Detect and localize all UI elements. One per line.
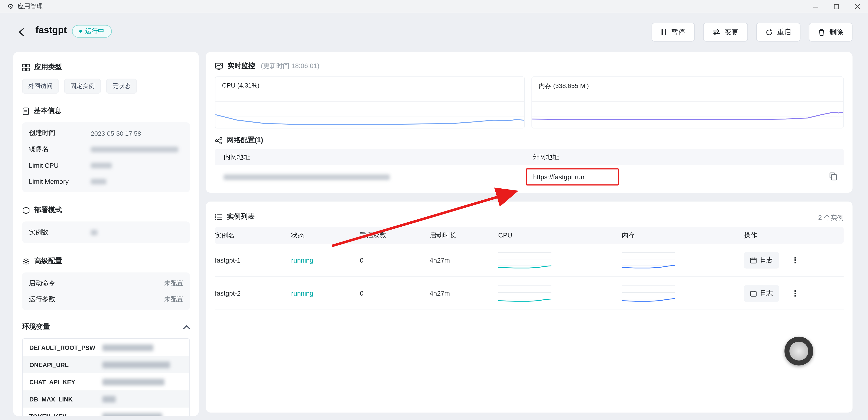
instance-list-title: 实例列表 [227, 212, 255, 222]
basic-info-title: 基本信息 [34, 106, 61, 116]
instance-table-header: 实例名 状态 重启次数 启动时长 CPU 内存 操作 [215, 227, 844, 244]
log-button[interactable]: 日志 [744, 252, 779, 268]
col-status: 状态 [291, 231, 360, 240]
tag-fixed-instance: 固定实例 [64, 79, 101, 94]
section-app-type: 应用类型 [22, 63, 190, 72]
col-restarts: 重启次数 [360, 231, 429, 240]
env-row: TOKEN_KEY [23, 408, 189, 416]
env-key: ONEAPI_URL [23, 361, 97, 368]
change-button-label: 变更 [725, 27, 739, 37]
env-key: DEFAULT_ROOT_PSW [23, 344, 97, 351]
deploy-mode-title: 部署模式 [34, 205, 62, 215]
env-vars-header[interactable]: 环境变量 [22, 322, 190, 332]
pause-button[interactable]: 暂停 [652, 23, 695, 41]
advanced-config-icon [22, 257, 30, 265]
env-row: CHAT_API_KEY [23, 373, 189, 390]
info-label: Limit Memory [29, 178, 91, 185]
back-button[interactable] [17, 27, 28, 38]
log-button[interactable]: 日志 [744, 285, 779, 301]
deploy-mode-panel: 实例数 [22, 221, 190, 243]
row-menu-button[interactable]: ⋮ [791, 256, 800, 264]
env-row: DEFAULT_ROOT_PSW [23, 339, 189, 356]
instance-uptime: 4h27m [430, 256, 498, 264]
info-row-image-name: 镜像名 [29, 141, 183, 157]
row-menu-button[interactable]: ⋮ [791, 289, 800, 297]
col-cpu: CPU [498, 231, 622, 239]
advanced-config-title: 高级配置 [34, 257, 62, 266]
monitor-updated-time: (更新时间 18:06:01) [261, 62, 319, 71]
env-key: CHAT_API_KEY [23, 379, 97, 385]
delete-button[interactable]: 删除 [809, 23, 852, 41]
info-label: 镜像名 [29, 145, 91, 154]
cpu-chart-label: CPU (4.31%) [215, 77, 524, 88]
restart-icon [766, 29, 773, 36]
cpu-sparkline [498, 282, 552, 304]
basic-info-panel: 创建时间 2023-05-30 17:58 镜像名 Limit CPU Limi… [22, 122, 190, 192]
instance-table: 实例名 状态 重启次数 启动时长 CPU 内存 操作 fastgpt-1 run… [215, 227, 844, 310]
network-row: https://fastgpt.run [215, 165, 844, 189]
close-button[interactable] [847, 0, 868, 13]
redacted-value [102, 379, 164, 385]
info-row-limit-memory: Limit Memory [29, 173, 183, 189]
change-button[interactable]: 变更 [703, 23, 748, 41]
redacted-value [91, 230, 97, 235]
instance-uptime: 4h27m [430, 289, 498, 297]
network-table-header: 内网地址 外网地址 [215, 149, 844, 165]
col-memory: 内存 [622, 231, 744, 240]
redacted-value [91, 162, 112, 168]
cpu-sparkline [498, 249, 552, 271]
section-advanced: 高级配置 [22, 257, 190, 266]
change-icon [712, 29, 720, 35]
info-label: Limit CPU [29, 161, 91, 169]
env-row: DB_MAX_LINK [23, 390, 189, 408]
window-titlebar: ⚙ 应用管理 [0, 0, 868, 13]
status-dot-icon [79, 30, 82, 33]
app-detail-sidebar: 应用类型 外网访问 固定实例 无状态 基本信息 创建时间 2023-05-30 … [13, 52, 199, 416]
delete-button-label: 删除 [829, 27, 843, 37]
app-gear-icon: ⚙ [7, 3, 14, 10]
instance-count: 2 个实例 [818, 213, 844, 223]
tag-stateless: 无状态 [106, 79, 137, 94]
redacted-value [102, 413, 162, 416]
chevron-up-icon[interactable] [183, 325, 190, 329]
instances-card: 实例列表 2 个实例 实例名 状态 重启次数 启动时长 CPU 内存 操作 fa… [206, 202, 852, 413]
app-type-icon [22, 63, 30, 71]
restart-button[interactable]: 重启 [756, 23, 801, 41]
env-key: DB_MAX_LINK [23, 396, 97, 402]
info-row-create-time: 创建时间 2023-05-30 17:58 [29, 125, 183, 141]
realtime-monitor-title: 实时监控 [227, 62, 255, 71]
network-config-title: 网络配置(1) [227, 136, 263, 145]
monitor-icon [215, 63, 223, 70]
col-instance-name: 实例名 [215, 231, 291, 240]
log-icon [750, 290, 757, 297]
env-vars-table: DEFAULT_ROOT_PSW ONEAPI_URL CHAT_API_KEY… [22, 338, 190, 416]
redacted-value [102, 361, 170, 368]
instance-name: fastgpt-2 [215, 289, 291, 297]
log-icon [750, 257, 757, 263]
page-header: fastgpt 运行中 暂停 变更 重启 删除 [0, 13, 868, 51]
internal-address-column: 内网地址 [215, 152, 532, 162]
instance-status: running [291, 256, 360, 264]
instance-status: running [291, 289, 360, 297]
instance-name: fastgpt-1 [215, 256, 291, 264]
network-config-header: 网络配置(1) [215, 136, 263, 145]
redacted-value [102, 396, 116, 402]
pause-icon [661, 29, 667, 35]
instance-restarts: 0 [360, 289, 429, 297]
cpu-line-chart [215, 96, 524, 128]
section-deploy-mode: 部署模式 [22, 205, 190, 215]
deploy-mode-icon [22, 206, 30, 214]
redacted-value [91, 179, 106, 184]
external-url-text: https://fastgpt.run [533, 173, 585, 181]
pause-button-label: 暂停 [672, 27, 685, 37]
memory-sparkline [622, 282, 675, 304]
info-row-start-command: 启动命令 未配置 [29, 275, 183, 291]
copy-icon[interactable] [829, 172, 837, 180]
external-url-highlight[interactable]: https://fastgpt.run [526, 168, 619, 185]
maximize-button[interactable] [826, 0, 847, 13]
section-basic-info: 基本信息 [22, 106, 190, 116]
network-icon [215, 137, 222, 144]
minimize-button[interactable] [805, 0, 826, 13]
cpu-chart-panel: CPU (4.31%) [215, 77, 525, 128]
info-value: 2023-05-30 17:58 [91, 130, 141, 137]
